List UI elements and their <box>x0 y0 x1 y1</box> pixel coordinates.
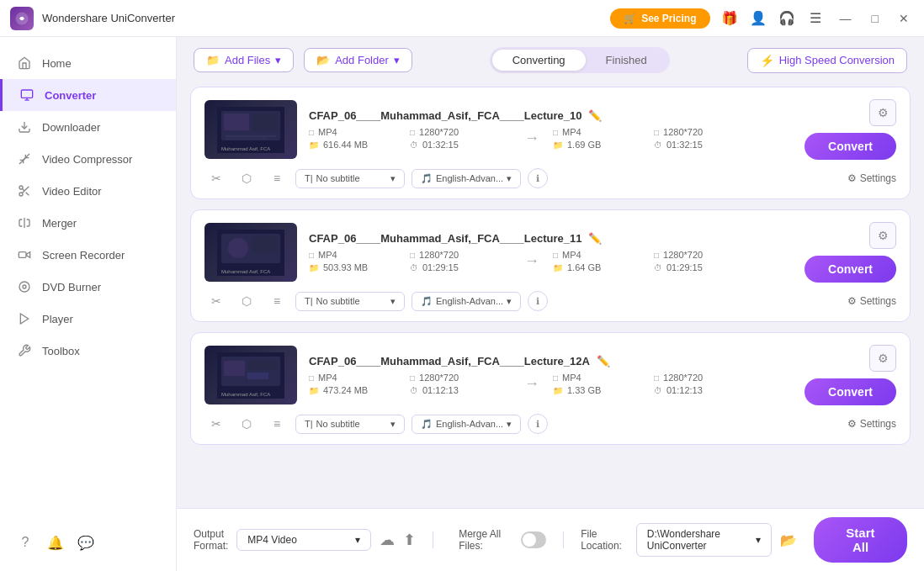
info-btn-1[interactable]: ℹ <box>528 168 548 188</box>
title-bar: Wondershare UniConverter 🛒 See Pricing 🎁… <box>0 0 924 37</box>
settings-gear-1[interactable]: ⚙ <box>869 99 896 126</box>
sidebar: Home Converter Downloader Video Compress… <box>0 37 177 571</box>
feedback-icon[interactable]: 💬 <box>77 534 94 551</box>
tab-finished[interactable]: Finished <box>586 50 667 71</box>
help-icon[interactable]: ? <box>17 534 34 551</box>
svg-line-11 <box>22 188 24 191</box>
src-duration-2: ⏱ 01:29:15 <box>410 262 511 272</box>
user-icon[interactable]: 👤 <box>749 9 767 28</box>
audio-select-1[interactable]: 🎵 English-Advan... ▾ <box>412 169 521 188</box>
src-res-2: □ 1280*720 ⏱ 01:29:15 <box>410 250 511 272</box>
add-folder-button[interactable]: 📂 Add Folder ▾ <box>304 48 412 72</box>
minimize-button[interactable]: — <box>835 10 857 27</box>
sidebar-item-home-label: Home <box>42 57 72 70</box>
start-all-button[interactable]: Start All <box>814 517 907 563</box>
headset-icon[interactable]: 🎧 <box>778 9 796 28</box>
arrow-col-3: → <box>511 375 553 393</box>
app-logo <box>10 7 34 30</box>
maximize-button[interactable]: □ <box>867 10 884 27</box>
compress-icon <box>17 151 32 167</box>
effects-icon-2[interactable]: ≡ <box>265 289 289 313</box>
sidebar-item-converter[interactable]: Converter <box>0 79 176 111</box>
thumb-content-2: Muhammad Asif, FCA <box>204 223 297 282</box>
cloud-icon[interactable]: ☁ <box>380 531 395 549</box>
svg-rect-1 <box>21 90 32 98</box>
sidebar-item-video-compressor[interactable]: Video Compressor <box>0 143 176 175</box>
add-files-button[interactable]: 📁 Add Files ▾ <box>194 48 294 72</box>
subtitle-select-2[interactable]: T| No subtitle ▾ <box>295 292 405 311</box>
cut-icon-1[interactable]: ✂ <box>204 167 228 190</box>
info-btn-3[interactable]: ℹ <box>528 414 548 434</box>
folder-browse-icon[interactable]: 📂 <box>780 532 797 548</box>
convert-button-2[interactable]: Convert <box>805 256 896 283</box>
see-pricing-button[interactable]: 🛒 See Pricing <box>610 8 709 29</box>
gift-icon[interactable]: 🎁 <box>720 9 739 28</box>
player-icon <box>17 311 32 326</box>
sidebar-item-toolbox[interactable]: Toolbox <box>0 335 176 367</box>
crop-icon-3[interactable]: ⬡ <box>235 412 258 436</box>
sidebar-item-dvd-burner[interactable]: DVD Burner <box>0 271 176 303</box>
file-card-2: Muhammad Asif, FCA CFAP_06____Muhammad_A… <box>190 209 911 322</box>
convert-button-3[interactable]: Convert <box>805 378 896 405</box>
subtitle-icon-2: T| <box>305 296 313 306</box>
tab-converting[interactable]: Converting <box>492 50 586 71</box>
effects-icon-3[interactable]: ≡ <box>265 412 289 436</box>
sidebar-item-compressor-label: Video Compressor <box>42 153 132 166</box>
merge-group: Merge All Files: <box>459 528 546 552</box>
crop-icon-1[interactable]: ⬡ <box>235 167 258 190</box>
sidebar-item-screen-recorder[interactable]: Screen Recorder <box>0 239 176 271</box>
svg-point-14 <box>19 282 29 292</box>
upload-icon[interactable]: ⬆ <box>403 531 416 549</box>
chevron-down-icon-2: ▾ <box>394 54 400 66</box>
edit-name-icon-1[interactable]: ✏️ <box>588 109 602 122</box>
sidebar-item-dvd-label: DVD Burner <box>42 281 101 293</box>
src-size-3: 📁 473.24 MB <box>309 385 410 395</box>
audio-chevron-3: ▾ <box>507 419 512 430</box>
effects-icon-1[interactable]: ≡ <box>265 167 289 190</box>
settings-text-btn-1[interactable]: ⚙ Settings <box>847 172 896 184</box>
sidebar-item-home[interactable]: Home <box>0 47 176 79</box>
arrow-col-2: → <box>511 252 553 270</box>
edit-name-icon-3[interactable]: ✏️ <box>597 355 610 367</box>
file-location-label: File Location: <box>581 528 628 552</box>
crop-icon-2[interactable]: ⬡ <box>235 289 258 313</box>
output-format-select[interactable]: MP4 Video ▾ <box>236 529 371 551</box>
high-speed-button[interactable]: ⚡ High Speed Conversion <box>747 48 907 73</box>
sidebar-item-video-editor[interactable]: Video Editor <box>0 175 176 207</box>
svg-rect-19 <box>224 114 249 130</box>
svg-text:Muhammad Asif, FCA: Muhammad Asif, FCA <box>221 269 270 274</box>
file-location-select[interactable]: D:\Wondershare UniConverter ▾ <box>636 523 772 557</box>
settings-gear-3[interactable]: ⚙ <box>869 345 896 372</box>
audio-select-3[interactable]: 🎵 English-Advan... ▾ <box>412 415 521 434</box>
info-btn-2[interactable]: ℹ <box>528 291 548 311</box>
dst-format-3: □ MP4 <box>553 373 654 383</box>
thumb-content-1: Muhammad Asif, FCA <box>204 100 297 159</box>
convert-col-3: ⚙ Convert <box>805 345 896 405</box>
edit-name-icon-2[interactable]: ✏️ <box>588 232 602 245</box>
settings-text-btn-3[interactable]: ⚙ Settings <box>847 418 896 430</box>
cut-icon-2[interactable]: ✂ <box>204 289 228 313</box>
folder-icon: 📁 <box>309 140 319 150</box>
sidebar-item-downloader[interactable]: Downloader <box>0 111 176 143</box>
chevron-down-icon: ▾ <box>275 54 281 66</box>
convert-button-1[interactable]: Convert <box>805 133 896 160</box>
settings-gear-2[interactable]: ⚙ <box>869 222 896 249</box>
close-button[interactable]: ✕ <box>894 10 914 27</box>
menu-icon[interactable]: ☰ <box>806 9 825 28</box>
cut-icon-3[interactable]: ✂ <box>204 412 228 436</box>
merge-toggle[interactable] <box>521 531 546 548</box>
dst-resolution-1: □ 1280*720 <box>654 127 755 137</box>
notification-icon[interactable]: 🔔 <box>47 534 64 551</box>
home-icon <box>17 56 32 71</box>
subtitle-select-3[interactable]: T| No subtitle ▾ <box>295 415 405 434</box>
src-format-3: □ MP4 <box>309 373 410 383</box>
sidebar-item-merger[interactable]: Merger <box>0 207 176 239</box>
settings-text-btn-2[interactable]: ⚙ Settings <box>847 295 896 307</box>
subtitle-icon-3: T| <box>305 419 313 429</box>
add-folder-icon: 📂 <box>316 54 330 66</box>
settings-icon-2: ⚙ <box>847 295 857 307</box>
sidebar-item-player[interactable]: Player <box>0 303 176 335</box>
audio-select-2[interactable]: 🎵 English-Advan... ▾ <box>412 292 521 311</box>
subtitle-select-1[interactable]: T| No subtitle ▾ <box>295 169 405 188</box>
dst-res-1: □ 1280*720 ⏱ 01:32:15 <box>654 127 755 150</box>
